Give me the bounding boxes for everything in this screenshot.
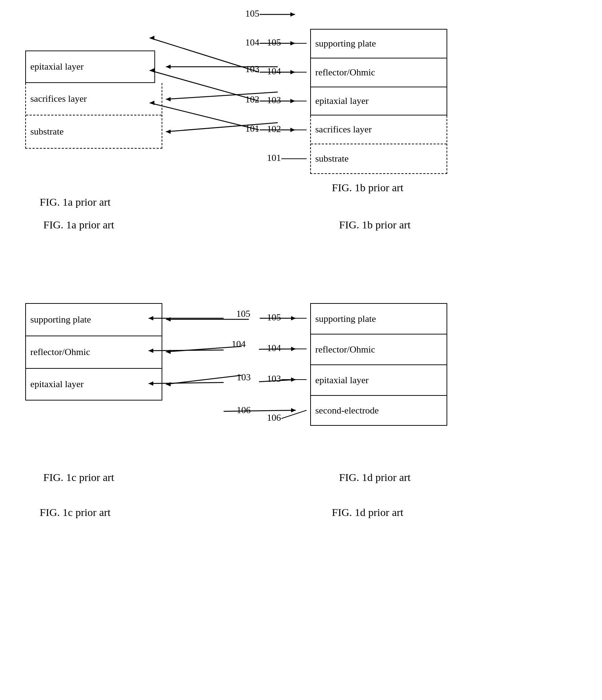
svg-marker-19 bbox=[166, 350, 171, 354]
svg-line-4 bbox=[166, 123, 278, 132]
top-row: epitaxial layer sacrifices layer substra… bbox=[14, 29, 588, 238]
page: epitaxial layer sacrifices layer substra… bbox=[0, 0, 602, 700]
fig1a-arrows bbox=[25, 51, 242, 159]
bottom-row: supporting plate reflector/Ohmic epitaxi… bbox=[14, 281, 588, 491]
fig1b-ref-labels: 105 104 103 102 101 bbox=[310, 29, 491, 209]
svg-marker-5 bbox=[166, 130, 171, 134]
svg-text:102: 102 bbox=[267, 124, 281, 134]
caption-fig1d: FIG. 1d prior art bbox=[339, 471, 410, 484]
svg-text:106: 106 bbox=[267, 412, 281, 423]
fig1d-ref-labels: 105 104 103 106 bbox=[310, 303, 491, 484]
svg-marker-17 bbox=[166, 317, 171, 321]
fig1c-arrows bbox=[25, 303, 278, 447]
svg-text:105: 105 bbox=[267, 312, 281, 323]
svg-marker-21 bbox=[166, 382, 171, 386]
svg-text:101: 101 bbox=[267, 153, 281, 163]
svg-line-2 bbox=[166, 92, 278, 99]
svg-text:104: 104 bbox=[267, 343, 281, 353]
svg-marker-3 bbox=[166, 97, 171, 101]
caption-fig1b: FIG. 1b prior art bbox=[339, 219, 410, 231]
fig-1c-container: supporting plate reflector/Ohmic epitaxi… bbox=[25, 303, 162, 401]
svg-line-20 bbox=[166, 375, 242, 384]
svg-text:104: 104 bbox=[267, 66, 281, 76]
svg-line-18 bbox=[166, 346, 242, 352]
svg-line-28 bbox=[281, 410, 307, 419]
svg-marker-1 bbox=[166, 65, 171, 69]
svg-text:103: 103 bbox=[267, 95, 281, 105]
fig-1a-container: epitaxial layer sacrifices layer substra… bbox=[25, 51, 162, 149]
fig-1b-container: supporting plate reflector/Ohmic epitaxi… bbox=[310, 29, 447, 174]
fig-1d-container: supporting plate reflector/Ohmic epitaxi… bbox=[310, 303, 447, 426]
caption-fig1a: FIG. 1a prior art bbox=[43, 219, 114, 231]
svg-text:105: 105 bbox=[267, 37, 281, 48]
svg-text:103: 103 bbox=[267, 373, 281, 384]
caption-fig1c: FIG. 1c prior art bbox=[43, 471, 114, 484]
